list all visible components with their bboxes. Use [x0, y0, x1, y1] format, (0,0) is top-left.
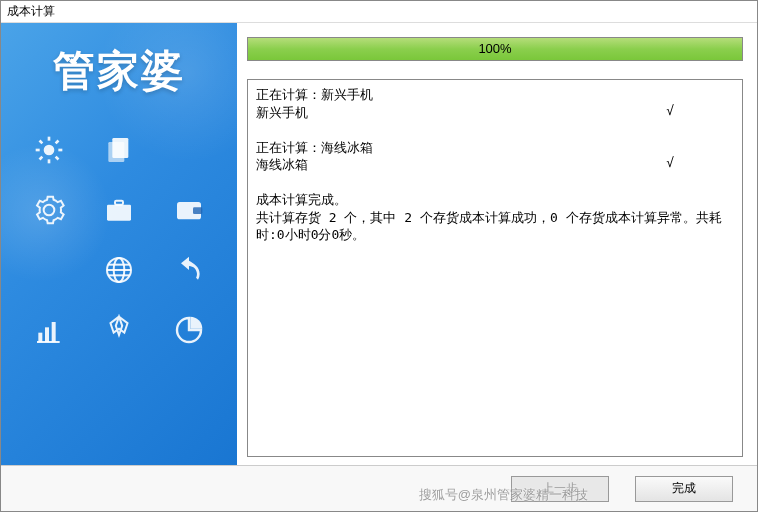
calculation-log: 正在计算：新兴手机 新兴手机√ 正在计算：海线冰箱 海线冰箱√ 成本计算完成。 … — [247, 79, 743, 457]
cost-calc-window: 成本计算 管家婆 100 — [0, 0, 758, 512]
button-row: 上一步 完成 — [1, 465, 757, 511]
log-line: 正在计算：新兴手机 — [256, 87, 373, 102]
svg-rect-12 — [115, 201, 123, 205]
progress-bar: 100% — [247, 37, 743, 61]
progress-text: 100% — [248, 38, 742, 60]
brand-title: 管家婆 — [1, 43, 237, 99]
pie-chart-icon — [159, 309, 219, 351]
check-icon: √ — [666, 102, 674, 120]
svg-rect-22 — [52, 322, 56, 342]
svg-line-6 — [56, 157, 59, 160]
svg-line-7 — [40, 157, 43, 160]
svg-rect-10 — [108, 142, 124, 162]
log-line: 共计算存货 2 个，其中 2 个存货成本计算成功，0 个存货成本计算异常。共耗时… — [256, 210, 722, 243]
log-line: 成本计算完成。 — [256, 192, 347, 207]
check-icon: √ — [666, 154, 674, 172]
main-area: 100% 正在计算：新兴手机 新兴手机√ 正在计算：海线冰箱 海线冰箱√ 成本计… — [237, 23, 757, 465]
briefcase-icon — [89, 189, 149, 231]
svg-rect-21 — [45, 327, 49, 342]
log-line: 新兴手机 — [256, 105, 308, 120]
undo-icon — [159, 249, 219, 291]
sidebar-banner: 管家婆 — [1, 23, 237, 465]
content-row: 管家婆 100% 正在计算：新兴手机 新兴手机√ 正在计算：海线 — [1, 23, 757, 465]
svg-line-5 — [40, 141, 43, 144]
prev-button: 上一步 — [511, 476, 609, 502]
globe-icon — [89, 249, 149, 291]
blank-icon-2 — [19, 249, 79, 291]
svg-rect-14 — [193, 207, 202, 214]
gear-icon — [19, 189, 79, 231]
log-line: 海线冰箱 — [256, 157, 308, 172]
svg-rect-11 — [107, 205, 131, 221]
bar-chart-icon — [19, 309, 79, 351]
log-line: 正在计算：海线冰箱 — [256, 140, 373, 155]
star-icon — [89, 309, 149, 351]
wallet-icon — [159, 189, 219, 231]
svg-point-0 — [44, 145, 55, 156]
sun-icon — [19, 129, 79, 171]
icon-grid — [1, 129, 237, 351]
documents-icon — [89, 129, 149, 171]
window-title: 成本计算 — [1, 1, 757, 23]
svg-rect-20 — [38, 333, 42, 342]
blank-icon-1 — [159, 129, 219, 171]
done-button[interactable]: 完成 — [635, 476, 733, 502]
svg-line-8 — [56, 141, 59, 144]
